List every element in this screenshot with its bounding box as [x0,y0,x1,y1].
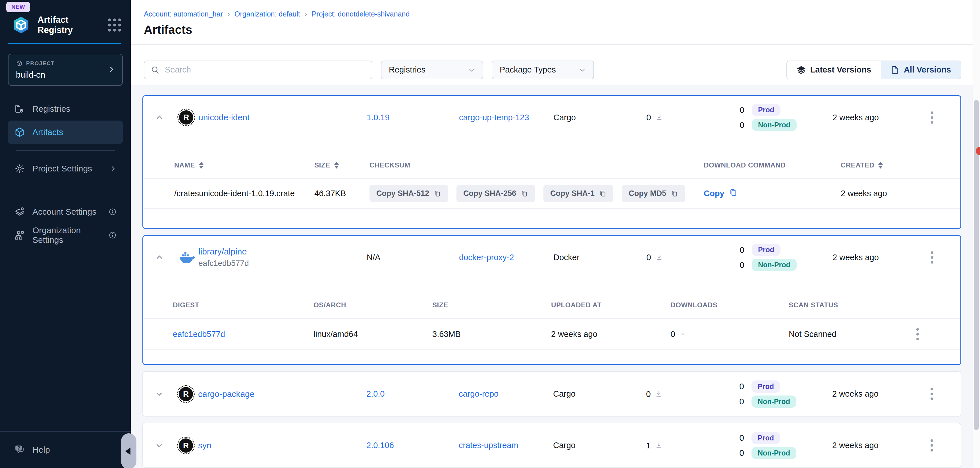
latest-versions-label: Latest Versions [810,65,871,75]
updated-timestamp: 2 weeks ago [832,389,926,399]
copy-download-command-button[interactable]: Copy [704,188,841,199]
package-type: Cargo [553,389,646,399]
sort-icon[interactable] [334,162,339,169]
cargo-files-table: NAME SIZE CHECKSUM DOWNLOAD COMMAND CREA… [143,152,960,228]
project-label: PROJECT [26,60,54,67]
chevron-down-icon [579,66,586,74]
app-switcher-grid-icon[interactable] [108,19,121,32]
package-types-filter-label: Package Types [500,65,556,75]
artifact-row[interactable]: library/alpine eafc1edb577d N/A docker-p… [143,236,960,279]
sort-icon[interactable] [878,162,883,169]
row-menu-kebab-icon[interactable] [926,252,960,264]
copy-sha256-button[interactable]: Copy SHA-256 [457,185,535,202]
registries-filter-dropdown[interactable]: Registries [381,60,483,79]
gear-icon [14,163,25,174]
col-download-command: DOWNLOAD COMMAND [704,161,786,169]
nonprod-badge: Non-Prod [752,259,797,271]
row-menu-kebab-icon[interactable] [926,439,961,452]
col-os-arch: OS/ARCH [313,301,346,309]
breadcrumb-project-link[interactable]: Project: donotdelete-shivanand [312,10,410,18]
cargo-package-icon: R [179,438,193,453]
uploaded-at: 2 weeks ago [551,330,670,339]
sidebar-item-project-settings[interactable]: Project Settings [8,157,123,180]
artifact-name-link[interactable]: syn [198,441,366,450]
breadcrumb-organization-link[interactable]: Organization: default [234,10,300,18]
org-hierarchy-gear-icon [14,230,25,240]
package-type: Docker [554,253,646,262]
col-size: SIZE [314,161,330,169]
expand-row-button[interactable] [154,389,179,399]
row-menu-kebab-icon[interactable] [926,111,960,124]
registries-filter-label: Registries [389,65,425,75]
row-menu-kebab-icon[interactable] [926,388,961,400]
info-icon[interactable] [108,231,116,239]
col-size: SIZE [432,301,448,309]
breadcrumb-account-link[interactable]: Account: automation_har [144,10,223,18]
copy-icon [671,190,678,197]
col-digest: DIGEST [173,301,199,309]
downloads-count: 0 [646,113,651,122]
help-button[interactable]: ? Help [0,431,131,468]
artifact-card-cargo-package: R cargo-package 2.0.0 cargo-repo Cargo 0… [142,371,961,417]
latest-versions-button[interactable]: Latest Versions [787,61,881,79]
sort-icon[interactable] [199,162,204,169]
col-name: NAME [174,161,195,169]
svg-text:?: ? [18,446,20,450]
artifact-registry-logo-icon [11,15,31,35]
search-input[interactable] [165,65,366,75]
brand-underline [8,43,121,44]
environment-counts: 0Prod 0Non-Prod [735,380,832,408]
layers-icon [797,65,806,75]
sidebar-item-organization-settings[interactable]: Organization Settings [8,223,123,247]
sidebar-item-label: Registries [32,104,70,114]
row-menu-kebab-icon[interactable] [912,328,960,340]
artifact-name-link[interactable]: unicode-ident [198,113,367,122]
prod-badge: Prod [752,104,781,116]
col-downloads: DOWNLOADS [670,301,718,309]
artifact-name-link[interactable]: library/alpine [198,247,247,256]
package-types-filter-dropdown[interactable]: Package Types [492,60,594,79]
artifact-version-link[interactable]: 1.0.19 [367,113,459,122]
artifact-row[interactable]: R cargo-package 2.0.0 cargo-repo Cargo 0… [143,372,961,416]
artifact-name-link[interactable]: cargo-package [198,389,366,399]
app-window: NEW Artifact Registry PROJECT [0,0,980,468]
artifact-card-library-alpine: library/alpine eafc1edb577d N/A docker-p… [142,235,961,365]
copy-sha512-button[interactable]: Copy SHA-512 [369,185,448,202]
files-table-header: NAME SIZE CHECKSUM DOWNLOAD COMMAND CREA… [143,152,960,179]
copy-md5-button[interactable]: Copy MD5 [622,185,685,202]
vertical-scrollbar[interactable] [973,0,980,468]
project-selector[interactable]: PROJECT build-en [8,54,123,86]
sidebar-item-registries[interactable]: Registries [8,97,123,121]
sidebar-collapse-handle[interactable] [121,433,137,468]
artifact-row[interactable]: R syn 2.0.106 crates-upstream Cargo 1 0P… [143,423,961,468]
download-icon [655,113,663,121]
copy-sha1-button[interactable]: Copy SHA-1 [543,185,613,202]
prod-count: 0 [735,382,744,391]
sidebar-item-artifacts[interactable]: Artifacts [8,121,123,144]
help-label: Help [32,445,50,455]
download-icon [655,253,663,261]
expand-row-button[interactable] [154,441,179,450]
manifest-row: eafc1edb577d linux/amd64 3.63MB 2 weeks … [143,319,960,350]
artifact-row[interactable]: R unicode-ident 1.0.19 cargo-up-temp-123… [143,96,960,139]
digest-link[interactable]: eafc1edb577d [173,330,313,339]
all-versions-button[interactable]: All Versions [881,61,961,79]
artifact-registry-link[interactable]: crates-upstream [459,441,553,450]
collapse-row-button[interactable] [154,253,179,262]
project-cube-icon [16,60,23,67]
layers-gear-icon [14,207,25,217]
package-type: Cargo [553,441,646,450]
sidebar-menu: Registries Artifacts Projec [0,97,131,247]
artifact-version-link[interactable]: 2.0.106 [366,441,459,450]
artifact-registry-link[interactable]: docker-proxy-2 [459,253,554,262]
manifest-downloads: 0 [670,329,675,339]
artifact-registry-link[interactable]: cargo-repo [459,389,553,399]
artifact-version-link[interactable]: 2.0.0 [366,389,459,399]
collapse-row-button[interactable] [154,113,179,122]
search-icon [151,65,160,75]
info-icon[interactable] [108,208,116,216]
artifact-registry-link[interactable]: cargo-up-temp-123 [459,113,554,122]
sidebar: NEW Artifact Registry PROJECT [0,0,131,468]
sidebar-item-account-settings[interactable]: Account Settings [8,200,123,223]
download-icon [655,442,663,449]
